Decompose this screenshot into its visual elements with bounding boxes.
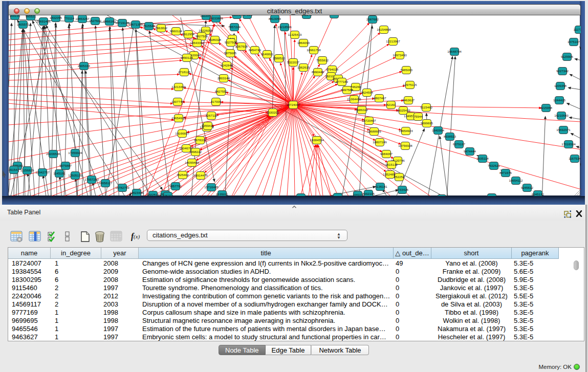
svg-text:16914479: 16914479: [193, 173, 208, 177]
svg-text:10958117: 10958117: [98, 181, 113, 185]
svg-text:1864093: 1864093: [297, 41, 310, 45]
svg-text:10973493: 10973493: [393, 53, 407, 57]
svg-text:252254: 252254: [394, 175, 405, 179]
svg-text:9242848: 9242848: [221, 63, 233, 67]
svg-text:1362615: 1362615: [297, 65, 310, 69]
svg-text:2087682: 2087682: [366, 17, 379, 21]
svg-text:1117704: 1117704: [573, 28, 581, 31]
svg-text:1640954: 1640954: [432, 128, 445, 132]
svg-text:1575107: 1575107: [568, 40, 580, 43]
svg-text:10756928: 10756928: [398, 144, 412, 147]
svg-text:14099489: 14099489: [185, 161, 199, 164]
svg-text:8245132: 8245132: [532, 192, 545, 196]
svg-text:16543362: 16543362: [190, 41, 204, 45]
svg-text:10671355: 10671355: [128, 23, 143, 26]
svg-text:9463627: 9463627: [402, 98, 415, 102]
svg-text:15716485: 15716485: [204, 185, 219, 189]
svg-text:770114: 770114: [64, 16, 75, 20]
svg-text:2905334: 2905334: [78, 64, 91, 68]
svg-text:5359411: 5359411: [202, 124, 214, 127]
svg-text:20691406: 20691406: [36, 19, 51, 23]
svg-text:6794028: 6794028: [326, 68, 339, 71]
svg-text:5322037: 5322037: [287, 60, 300, 64]
svg-text:12975115: 12975115: [403, 83, 417, 86]
svg-text:9474444: 9474444: [464, 149, 476, 153]
svg-text:19654925: 19654925: [171, 116, 186, 120]
svg-text:775201: 775201: [163, 194, 173, 196]
svg-text:1733426: 1733426: [396, 188, 409, 191]
svg-text:813904: 813904: [232, 15, 243, 16]
svg-text:17957253: 17957253: [84, 178, 99, 181]
svg-text:3267110: 3267110: [205, 114, 217, 117]
svg-text:7857224: 7857224: [228, 25, 241, 29]
svg-text:19218506: 19218506: [277, 25, 292, 29]
svg-text:6379197: 6379197: [453, 142, 466, 146]
svg-text:6497568: 6497568: [341, 88, 354, 92]
svg-text:2330203: 2330203: [267, 111, 279, 114]
svg-text:9084067: 9084067: [380, 152, 393, 156]
svg-text:7663822: 7663822: [155, 26, 168, 30]
svg-text:11156829: 11156829: [20, 168, 34, 172]
svg-text:6466160: 6466160: [103, 19, 116, 23]
svg-text:1527602: 1527602: [89, 19, 102, 23]
svg-text:99121: 99121: [330, 15, 339, 16]
svg-text:16154808: 16154808: [377, 28, 391, 31]
svg-text:131072: 131072: [296, 195, 307, 196]
svg-text:995521: 995521: [26, 15, 36, 18]
svg-text:16782759: 16782759: [115, 186, 129, 189]
svg-text:9327508: 9327508: [225, 40, 237, 44]
svg-text:16033809: 16033809: [209, 16, 223, 20]
svg-text:10853257: 10853257: [75, 17, 90, 20]
svg-text:209135: 209135: [10, 15, 20, 17]
svg-text:9245612: 9245612: [521, 186, 534, 189]
svg-text:9227342: 9227342: [556, 69, 569, 73]
svg-text:1588520: 1588520: [273, 56, 286, 60]
svg-text:8938923: 8938923: [444, 135, 456, 138]
svg-text:17359924: 17359924: [68, 151, 82, 155]
svg-text:1832055: 1832055: [50, 16, 62, 19]
svg-text:7986322: 7986322: [356, 108, 368, 112]
svg-text:3498222: 3498222: [189, 150, 202, 154]
svg-text:1405571: 1405571: [17, 23, 30, 26]
svg-text:10719135: 10719135: [115, 21, 129, 25]
svg-text:15226058: 15226058: [199, 29, 213, 32]
svg-text:16210643: 16210643: [554, 114, 569, 117]
svg-text:15692971: 15692971: [556, 128, 571, 132]
svg-text:9890124: 9890124: [181, 56, 193, 59]
svg-text:10654112: 10654112: [509, 179, 523, 182]
svg-text:12505135: 12505135: [68, 173, 82, 177]
svg-text:62160: 62160: [386, 103, 396, 106]
svg-text:17016504: 17016504: [561, 142, 576, 146]
svg-text:8990448: 8990448: [312, 70, 324, 74]
svg-text:16648784: 16648784: [447, 50, 462, 53]
svg-text:8813054: 8813054: [269, 17, 281, 20]
svg-text:(x): (x): [134, 233, 140, 240]
svg-text:19384554: 19384554: [310, 138, 324, 142]
svg-text:9660124: 9660124: [170, 29, 183, 33]
svg-text:3624554: 3624554: [361, 91, 374, 94]
svg-text:18807249: 18807249: [373, 140, 387, 144]
svg-text:7955812: 7955812: [316, 58, 329, 62]
svg-text:12942757: 12942757: [35, 170, 50, 174]
svg-text:3215958: 3215958: [540, 106, 553, 110]
svg-text:7625402: 7625402: [177, 173, 189, 177]
svg-text:9129906: 9129906: [561, 55, 574, 58]
svg-text:8135011: 8135011: [216, 192, 228, 196]
svg-text:8332105: 8332105: [362, 192, 375, 195]
svg-text:160341: 160341: [301, 15, 312, 16]
svg-text:1615132: 1615132: [385, 163, 398, 166]
svg-text:87641: 87641: [487, 195, 496, 196]
svg-text:19166827: 19166827: [175, 132, 189, 135]
svg-text:8427552: 8427552: [215, 90, 228, 93]
svg-text:2718126: 2718126: [178, 70, 191, 74]
svg-text:1167534: 1167534: [569, 157, 581, 160]
svg-text:2803144: 2803144: [217, 76, 230, 80]
svg-text:10961758: 10961758: [307, 48, 321, 52]
svg-text:2367608: 2367608: [235, 45, 248, 48]
svg-text:14136141: 14136141: [373, 185, 387, 188]
svg-text:11325419: 11325419: [288, 33, 302, 36]
svg-text:7515546: 7515546: [143, 24, 156, 28]
svg-text:1145191: 1145191: [53, 171, 66, 175]
svg-text:10025433: 10025433: [396, 108, 410, 112]
svg-text:10688609: 10688609: [367, 129, 381, 133]
